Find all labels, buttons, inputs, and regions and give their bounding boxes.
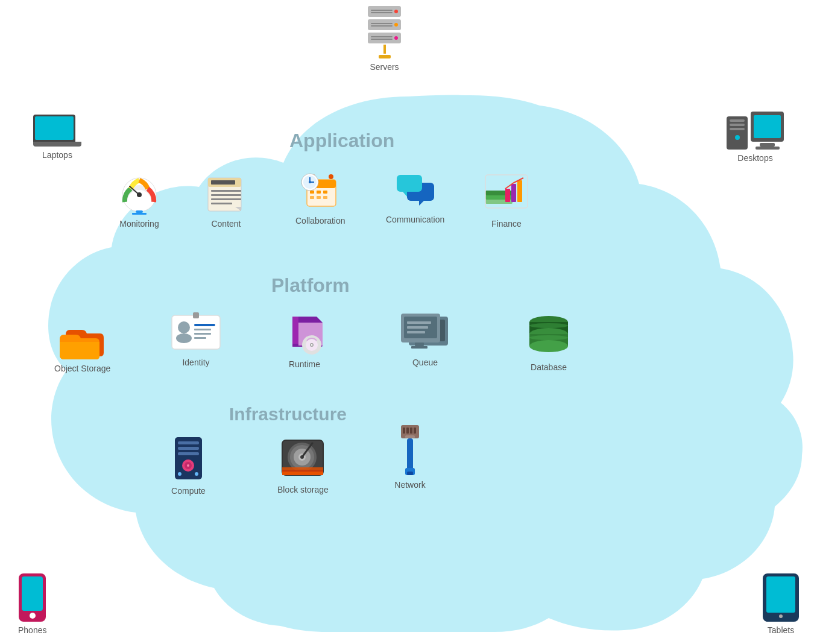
- queue-label: Queue: [412, 358, 438, 367]
- content-icon: [205, 172, 247, 215]
- communication-item: Communication: [386, 172, 444, 224]
- runtime-item: Runtime: [280, 308, 329, 369]
- collaboration-label: Collaboration: [295, 216, 345, 226]
- monitoring-item: Monitoring: [118, 172, 161, 229]
- block-storage-item: Block storage: [277, 434, 329, 494]
- svg-rect-3: [136, 210, 143, 213]
- svg-rect-74: [178, 452, 199, 455]
- svg-point-78: [178, 472, 181, 476]
- collaboration-icon: [298, 169, 343, 212]
- svg-point-54: [311, 344, 313, 346]
- identity-icon: [169, 311, 223, 354]
- svg-rect-18: [317, 191, 321, 194]
- svg-rect-46: [194, 337, 206, 339]
- queue-icon: [398, 311, 452, 354]
- queue-item: Queue: [398, 311, 452, 367]
- svg-rect-43: [194, 324, 215, 326]
- network-item: Network: [392, 422, 428, 490]
- laptops-icon: [33, 115, 81, 147]
- svg-rect-44: [194, 329, 211, 330]
- svg-point-27: [309, 181, 311, 183]
- svg-rect-97: [405, 435, 415, 438]
- svg-rect-10: [211, 198, 241, 200]
- communication-label: Communication: [386, 215, 444, 224]
- identity-item: Identity: [169, 311, 223, 367]
- svg-rect-59: [407, 321, 431, 324]
- monitoring-icon: [118, 172, 161, 215]
- svg-rect-40: [193, 312, 199, 318]
- svg-rect-37: [517, 180, 522, 202]
- compute-item: Compute: [169, 434, 208, 496]
- object-storage-item: Object Storage: [54, 317, 110, 373]
- finance-item: Finance: [482, 172, 531, 229]
- infrastructure-section-label: Infrastructure: [229, 404, 347, 425]
- communication-icon: [394, 172, 437, 211]
- compute-icon: [169, 434, 208, 482]
- platform-section-label: Platform: [271, 274, 350, 297]
- svg-point-2: [137, 192, 142, 197]
- network-label: Network: [394, 480, 425, 490]
- runtime-icon: [280, 308, 329, 356]
- block-storage-icon: [279, 434, 326, 481]
- svg-point-69: [529, 323, 568, 328]
- svg-rect-48: [292, 317, 298, 347]
- svg-rect-9: [211, 194, 241, 196]
- servers-item: Servers: [368, 6, 401, 72]
- desktops-label: Desktops: [737, 153, 772, 163]
- desktops-item: Desktops: [727, 112, 784, 163]
- svg-rect-21: [317, 196, 321, 199]
- svg-rect-93: [403, 428, 405, 434]
- database-item: Database: [525, 314, 573, 372]
- monitoring-label: Monitoring: [119, 219, 159, 229]
- svg-rect-39: [172, 315, 220, 349]
- desktops-icon: [727, 112, 784, 150]
- svg-rect-30: [397, 175, 422, 192]
- compute-label: Compute: [171, 486, 206, 496]
- content-item: Content: [205, 172, 247, 229]
- network-icon: [392, 422, 428, 476]
- svg-rect-22: [323, 196, 327, 199]
- svg-rect-7: [211, 180, 235, 185]
- svg-marker-29: [419, 201, 424, 206]
- svg-point-42: [176, 333, 192, 343]
- svg-rect-63: [411, 346, 427, 349]
- svg-rect-100: [407, 472, 413, 475]
- collaboration-item: Collaboration: [295, 169, 345, 226]
- svg-rect-11: [211, 203, 232, 204]
- svg-rect-73: [178, 447, 199, 450]
- svg-rect-72: [178, 441, 199, 444]
- finance-label: Finance: [491, 219, 522, 229]
- block-storage-label: Block storage: [277, 485, 329, 494]
- svg-rect-35: [505, 189, 510, 202]
- application-section-label: Application: [289, 130, 394, 152]
- svg-rect-61: [407, 331, 425, 333]
- svg-rect-45: [194, 333, 211, 335]
- svg-rect-96: [414, 428, 416, 434]
- svg-rect-98: [407, 438, 413, 472]
- svg-rect-17: [310, 191, 314, 194]
- svg-marker-31: [403, 192, 407, 197]
- phones-icon: [19, 573, 46, 622]
- laptops-label: Laptops: [42, 150, 72, 160]
- object-storage-label: Object Storage: [54, 364, 110, 373]
- svg-rect-95: [410, 428, 412, 434]
- runtime-label: Runtime: [289, 359, 320, 369]
- svg-rect-8: [211, 190, 241, 192]
- tablets-item: Tablets: [763, 573, 799, 635]
- svg-point-68: [529, 340, 568, 352]
- tablets-label: Tablets: [768, 625, 794, 635]
- servers-label: Servers: [370, 62, 399, 72]
- svg-point-41: [178, 321, 190, 333]
- svg-rect-19: [323, 191, 327, 194]
- laptops-item: Laptops: [33, 115, 81, 160]
- database-label: Database: [531, 362, 567, 372]
- finance-icon: [482, 172, 531, 215]
- phones-item: Phones: [18, 573, 46, 635]
- phones-label: Phones: [18, 625, 46, 635]
- identity-label: Identity: [182, 358, 209, 367]
- tablets-icon: [763, 573, 799, 622]
- svg-point-16: [329, 174, 333, 179]
- object-storage-icon: [57, 317, 108, 360]
- servers-icon: [368, 6, 401, 58]
- svg-rect-62: [415, 343, 424, 346]
